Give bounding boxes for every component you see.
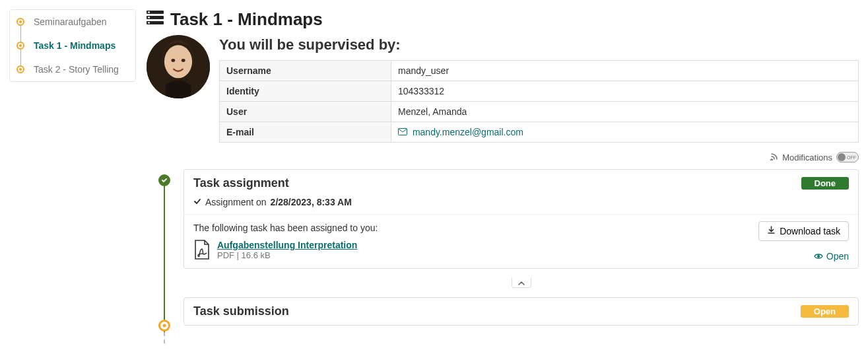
sidenav-item-task1[interactable]: Task 1 - Mindmaps xyxy=(10,34,135,57)
assignment-body-text: The following task has been assigned to … xyxy=(193,223,849,233)
row-label: Identity xyxy=(220,81,391,102)
sidenav-item-label: Seminaraufgaben xyxy=(34,17,107,27)
modifications-label: Modifications xyxy=(782,153,832,162)
row-value: mandy_user xyxy=(391,61,859,81)
supervisor-email-link[interactable]: mandy.menzel@gmail.com xyxy=(398,127,523,137)
card-title: Task assignment xyxy=(193,176,801,190)
modifications-toggle[interactable]: OFF xyxy=(836,152,859,162)
open-file-link[interactable]: Open xyxy=(814,251,849,262)
rss-icon xyxy=(770,153,778,162)
file-row: Aufgabenstellung Interpretation PDF | 16… xyxy=(193,240,849,260)
bullet-icon xyxy=(17,18,24,26)
status-badge-done: Done xyxy=(801,177,850,190)
timeline-line-dashed xyxy=(164,332,165,344)
row-label: Username xyxy=(220,61,391,81)
bullet-icon xyxy=(17,42,24,50)
sidenav-item-seminar[interactable]: Seminaraufgaben xyxy=(10,10,135,34)
svg-rect-3 xyxy=(148,12,150,13)
task-submission-card: Task submission Open xyxy=(184,297,859,326)
page-title: Task 1 - Mindmaps xyxy=(147,9,859,30)
switch-text: OFF xyxy=(847,155,856,160)
svg-point-7 xyxy=(164,45,192,78)
assignment-date: 2/28/2023, 8:33 AM xyxy=(271,197,352,207)
page-title-text: Task 1 - Mindmaps xyxy=(170,9,323,30)
timeline-line xyxy=(164,177,165,332)
row-label: E-mail xyxy=(220,122,391,143)
row-label: User xyxy=(220,102,391,122)
supervisor-heading: You will be supervised by: xyxy=(219,36,859,53)
sidenav-item-label: Task 2 - Story Telling xyxy=(34,64,119,75)
sidenav-item-label: Task 1 - Mindmaps xyxy=(34,40,116,51)
assignment-sub-prefix: Assignment on xyxy=(205,197,267,207)
sidenav-item-task2[interactable]: Task 2 - Story Telling xyxy=(10,57,135,81)
row-value: Menzel, Amanda xyxy=(391,102,859,122)
check-icon xyxy=(193,197,201,207)
svg-point-8 xyxy=(171,59,175,62)
email-text: mandy.menzel@gmail.com xyxy=(413,127,523,137)
collapse-toggle[interactable] xyxy=(512,277,531,288)
mail-icon xyxy=(398,127,410,137)
open-label: Open xyxy=(826,251,849,262)
svg-rect-4 xyxy=(148,17,150,18)
side-nav: Seminaraufgaben Task 1 - Mindmaps Task 2… xyxy=(9,9,136,82)
download-icon xyxy=(767,226,776,236)
pdf-icon xyxy=(193,240,211,260)
svg-rect-5 xyxy=(148,22,150,24)
download-label: Download task xyxy=(780,226,840,236)
task-assignment-card: Task assignment Done Assignment on 2/28/… xyxy=(184,169,859,269)
tasks-icon xyxy=(147,9,164,30)
supervisor-avatar xyxy=(147,35,210,98)
timeline-node-open xyxy=(158,320,170,332)
svg-point-11 xyxy=(817,255,820,258)
row-value: 104333312 xyxy=(391,81,859,102)
svg-point-9 xyxy=(182,59,185,62)
file-link[interactable]: Aufgabenstellung Interpretation xyxy=(217,240,357,250)
file-meta: PDF | 16.6 kB xyxy=(217,250,357,260)
download-task-button[interactable]: Download task xyxy=(758,221,849,241)
card-title: Task submission xyxy=(193,304,801,318)
timeline-node-done xyxy=(158,174,170,186)
supervisor-table: Username mandy_user Identity 104333312 U… xyxy=(219,60,859,143)
status-badge-open: Open xyxy=(801,305,849,318)
bullet-icon xyxy=(17,65,24,73)
eye-icon xyxy=(814,251,823,262)
chevron-up-icon xyxy=(518,279,525,287)
